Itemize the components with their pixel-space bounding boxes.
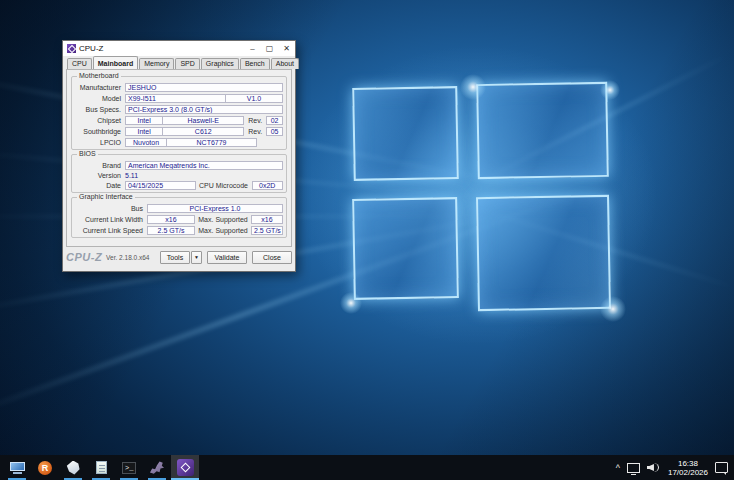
taskbar-item-r-app[interactable]: R	[31, 455, 59, 480]
titlebar[interactable]: CPU-Z – ▢ ✕	[63, 41, 295, 56]
southbridge-label: Southbridge	[75, 128, 125, 135]
cpu-microcode-label: CPU Microcode	[196, 182, 252, 189]
cpu-microcode-field: 0x2D	[252, 181, 284, 190]
bus-specs-row: Bus Specs. PCI-Express 3.0 (8.0 GT/s)	[75, 105, 283, 114]
taskbar-item-notepad[interactable]	[87, 455, 115, 480]
bios-version-label: Version	[75, 172, 125, 179]
cpuz-logo: CPU-Z	[66, 251, 102, 263]
taskbar-item-command-prompt[interactable]: >_	[115, 455, 143, 480]
windows-logo-pane-top-left	[352, 86, 459, 181]
gi-max-width-field: x16	[251, 215, 283, 224]
hidden-icons-chevron[interactable]: ^	[616, 463, 620, 473]
model-row: Model X99-I511 V1.0	[75, 94, 283, 103]
bios-brand-label: Brand	[75, 162, 125, 169]
gi-link-width-row: Current Link Width x16 Max. Supported x1…	[75, 215, 283, 224]
lpcio-label: LPCIO	[75, 139, 125, 146]
lpcio-name-field: NCT6779	[167, 138, 257, 147]
lpcio-vendor-field: Nuvoton	[125, 138, 167, 147]
model-label: Model	[75, 95, 125, 102]
tab-cpu[interactable]: CPU	[67, 58, 92, 69]
taskbar-item-dinosaur-app[interactable]	[143, 455, 171, 480]
taskbar-item-computer[interactable]	[3, 455, 31, 480]
gi-link-speed-row: Current Link Speed 2.5 GT/s Max. Support…	[75, 226, 283, 235]
bios-brand-field: American Megatrends Inc.	[125, 161, 283, 170]
tab-graphics[interactable]: Graphics	[201, 58, 239, 69]
lpcio-row: LPCIO Nuvoton NCT6779	[75, 138, 283, 147]
cpuz-taskbar-icon	[177, 459, 194, 476]
tab-bench[interactable]: Bench	[240, 58, 270, 69]
taskbar-icons: R >_	[0, 455, 199, 480]
minimize-button[interactable]: –	[244, 41, 261, 56]
chipset-rev-label: Rev.	[244, 117, 266, 124]
command-prompt-icon: >_	[122, 462, 136, 474]
clock-date: 17/02/2026	[668, 468, 708, 477]
close-button[interactable]: ✕	[278, 41, 295, 56]
white-sail-icon	[66, 461, 80, 475]
bus-specs-label: Bus Specs.	[75, 106, 125, 113]
motherboard-group: Motherboard Manufacturer JESHUO Model X9…	[71, 76, 287, 150]
windows-logo-pane-top-right	[476, 82, 609, 179]
tools-dropdown-arrow[interactable]: ▼	[191, 251, 202, 264]
gi-link-speed-field: 2.5 GT/s	[147, 226, 195, 235]
lens-flare	[340, 292, 362, 314]
bios-group: BIOS Brand American Megatrends Inc. Vers…	[71, 154, 287, 193]
gi-link-width-field: x16	[147, 215, 195, 224]
southbridge-row: Southbridge Intel C612 Rev. 05	[75, 127, 283, 136]
tab-memory[interactable]: Memory	[139, 58, 174, 69]
cpuz-window: CPU-Z – ▢ ✕ CPU Mainboard Memory SPD Gra…	[62, 40, 296, 272]
tab-mainboard[interactable]: Mainboard	[93, 56, 138, 69]
gi-link-width-label: Current Link Width	[75, 216, 147, 223]
gi-bus-label: Bus	[75, 205, 147, 212]
validate-button[interactable]: Validate	[207, 251, 247, 264]
bios-brand-row: Brand American Megatrends Inc.	[75, 161, 283, 170]
southbridge-name-field: C612	[163, 127, 244, 136]
mainboard-tab-page: Motherboard Manufacturer JESHUO Model X9…	[66, 69, 292, 247]
tab-spd[interactable]: SPD	[175, 58, 199, 69]
manufacturer-row: Manufacturer JESHUO	[75, 83, 283, 92]
bios-date-label: Date	[75, 182, 125, 189]
gi-bus-row: Bus PCI-Express 1.0	[75, 204, 283, 213]
windows-logo-pane-bottom-left	[352, 197, 459, 300]
bios-date-row: Date 04/15/2025 CPU Microcode 0x2D	[75, 181, 283, 190]
chipset-row: Chipset Intel Haswell-E Rev. 02	[75, 116, 283, 125]
close-dialog-button[interactable]: Close	[252, 251, 292, 264]
cpuz-app-icon	[67, 44, 76, 53]
network-icon[interactable]	[627, 463, 640, 473]
r-app-icon: R	[38, 461, 52, 475]
gi-link-speed-label: Current Link Speed	[75, 227, 147, 234]
lens-flare	[460, 74, 486, 100]
bios-date-field: 04/15/2025	[125, 181, 196, 190]
taskbar-item-white-app[interactable]	[59, 455, 87, 480]
motherboard-group-title: Motherboard	[77, 72, 121, 79]
taskbar: R >_ ^ 16:38 17/02/2026	[0, 455, 734, 480]
chipset-name-field: Haswell-E	[163, 116, 244, 125]
tools-button[interactable]: Tools	[160, 251, 190, 264]
bios-group-title: BIOS	[77, 150, 98, 157]
action-center-icon[interactable]	[715, 462, 728, 473]
lens-flare	[600, 80, 620, 100]
system-tray: ^ 16:38 17/02/2026	[616, 455, 734, 480]
chipset-label: Chipset	[75, 117, 125, 124]
chipset-vendor-field: Intel	[125, 116, 163, 125]
volume-icon[interactable]	[647, 462, 661, 473]
windows-logo-pane-bottom-right	[476, 195, 611, 311]
bios-version-row: Version 5.11	[75, 172, 283, 179]
southbridge-vendor-field: Intel	[125, 127, 163, 136]
gi-max-speed-label: Max. Supported	[195, 227, 251, 234]
taskbar-item-cpuz[interactable]	[171, 455, 199, 480]
chipset-rev-field: 02	[266, 116, 283, 125]
maximize-button[interactable]: ▢	[261, 41, 278, 56]
model-field: X99-I511	[125, 94, 226, 103]
southbridge-rev-label: Rev.	[244, 128, 266, 135]
tab-about[interactable]: About	[271, 58, 299, 69]
manufacturer-label: Manufacturer	[75, 84, 125, 91]
bios-version-value: 5.11	[125, 172, 138, 179]
graphic-interface-group: Graphic Interface Bus PCI-Express 1.0 Cu…	[71, 197, 287, 238]
gi-max-speed-field: 2.5 GT/s	[251, 226, 283, 235]
window-footer: CPU-Z Ver. 2.18.0.x64 Tools ▼ Validate C…	[63, 250, 295, 264]
manufacturer-field: JESHUO	[125, 83, 283, 92]
model-version-field: V1.0	[226, 94, 283, 103]
taskbar-clock[interactable]: 16:38 17/02/2026	[668, 459, 708, 477]
window-title: CPU-Z	[79, 44, 244, 53]
dinosaur-icon	[149, 461, 165, 475]
